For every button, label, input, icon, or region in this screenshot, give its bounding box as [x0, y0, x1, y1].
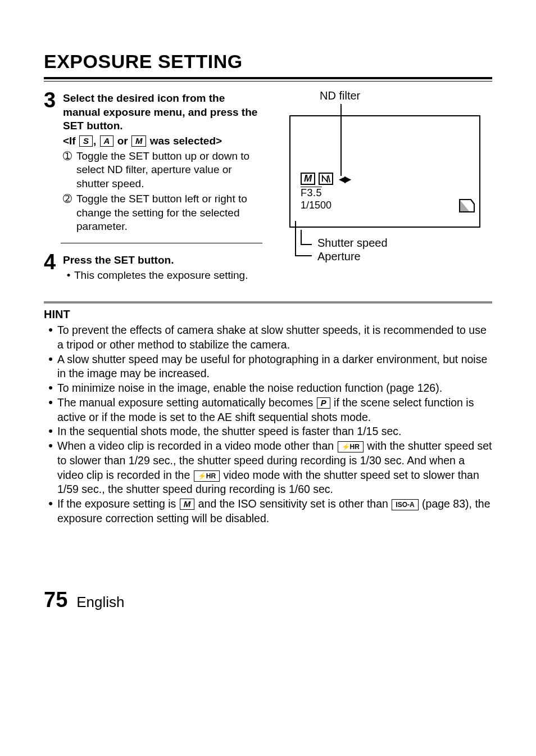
circled-2-icon: ➁: [63, 192, 76, 234]
sub-step-1: ➀ Toggle the SET button up or down to se…: [63, 150, 262, 191]
leader-line: [301, 244, 312, 245]
sd-card-icon: [457, 198, 475, 215]
text: When a video clip is recorded in a video…: [57, 439, 492, 497]
bullet-icon: •: [63, 269, 74, 283]
bullet-icon: •: [44, 439, 57, 497]
page-title: EXPOSURE SETTING: [44, 51, 492, 73]
hint-divider: [44, 301, 492, 304]
step-divider: [61, 243, 262, 243]
mode-m-icon: M: [131, 135, 147, 147]
hint-item: • The manual exposure setting automatica…: [44, 396, 492, 424]
steps-column: 3 Select the desired icon from the manua…: [44, 89, 268, 291]
bullet-icon: •: [44, 381, 57, 396]
manual-page: EXPOSURE SETTING 3 Select the desired ic…: [0, 0, 536, 646]
text: F3.5: [301, 187, 322, 199]
video-hr-icon: ⚡HR: [194, 470, 220, 482]
text: To prevent the effects of camera shake a…: [57, 323, 492, 352]
page-number: 75: [44, 588, 67, 612]
nd-filter-icon: [321, 174, 331, 183]
text: To minimize noise in the image, enable t…: [57, 381, 492, 396]
hint-item: •To prevent the effects of camera shake …: [44, 323, 492, 352]
text: If the exposure setting is M and the ISO…: [57, 497, 492, 526]
hint-item: • If the exposure setting is M and the I…: [44, 497, 492, 526]
bullet-icon: •: [44, 396, 57, 424]
video-hr-icon: ⚡HR: [338, 441, 364, 452]
text: was selected>: [147, 135, 222, 147]
text: In the sequential shots mode, the shutte…: [57, 424, 492, 439]
step-condition: <If S, A or M was selected>: [63, 134, 262, 148]
hint-item: •In the sequential shots mode, the shutt…: [44, 424, 492, 439]
leader-line: [301, 230, 302, 245]
step-number: 3: [44, 89, 63, 234]
osd-aperture-value: F3.5: [301, 187, 322, 199]
aperture-label: Aperture: [317, 250, 361, 263]
step-body: Select the desired icon from the manual …: [63, 89, 262, 234]
bullet-icon: •: [44, 323, 57, 352]
text: When a video clip is recorded in a video…: [57, 440, 337, 452]
text: and the ISO sensitivity set is other tha…: [195, 497, 391, 510]
title-underline: [44, 77, 492, 82]
text: or: [114, 135, 131, 147]
osd-m-icon: M: [301, 173, 315, 185]
leader-line: [295, 221, 296, 256]
text: This completes the exposure setting.: [74, 269, 248, 283]
sub-steps: ➀ Toggle the SET button up or down to se…: [63, 150, 262, 234]
hint-list: •To prevent the effects of camera shake …: [44, 323, 492, 526]
svg-line-1: [328, 175, 330, 182]
language-label: English: [76, 594, 124, 611]
osd-arrows-icon: ◀▶: [339, 174, 350, 184]
text: If the exposure setting is: [57, 497, 179, 510]
content-row: 3 Select the desired icon from the manua…: [44, 89, 492, 291]
bullet-item: • This completes the exposure setting.: [63, 269, 262, 283]
text: ,: [93, 135, 99, 147]
hint-item: •A slow shutter speed may be useful for …: [44, 352, 492, 381]
mode-a-icon: A: [100, 135, 114, 147]
step-heading: Select the desired icon from the manual …: [63, 92, 262, 133]
text: Toggle the SET button up or down to sele…: [76, 150, 262, 191]
step-heading: Press the SET button.: [63, 253, 262, 268]
nd-filter-label: ND filter: [320, 89, 360, 102]
iso-auto-icon: ISO-A: [392, 499, 418, 510]
step-3: 3 Select the desired icon from the manua…: [44, 89, 262, 234]
osd-shutter-value: 1/1500: [301, 200, 331, 211]
osd-mode-row: M ◀▶: [301, 173, 350, 185]
text: Toggle the SET button left or right to c…: [76, 192, 262, 234]
mode-m-icon: M: [180, 499, 195, 510]
mode-p-icon: P: [317, 397, 330, 409]
sub-step-2: ➁ Toggle the SET button left or right to…: [63, 192, 262, 234]
text: The manual exposure setting automaticall…: [57, 396, 492, 424]
hint-item: • When a video clip is recorded in a vid…: [44, 439, 492, 497]
diagram-column: ND filter M ◀▶ F3.5 1/1500: [268, 89, 492, 291]
hint-heading: HINT: [44, 308, 492, 321]
step-number: 4: [44, 251, 63, 282]
page-footer: 75 English: [44, 588, 492, 612]
text: A slow shutter speed may be useful for p…: [57, 352, 492, 381]
text: The manual exposure setting automaticall…: [57, 396, 316, 409]
text: <If: [63, 135, 79, 147]
mode-s-icon: S: [79, 135, 93, 147]
bullet-icon: •: [44, 497, 57, 526]
leader-line: [295, 255, 312, 256]
circled-1-icon: ➀: [63, 150, 76, 191]
step-body: Press the SET button. • This completes t…: [63, 251, 262, 282]
shutter-speed-label: Shutter speed: [317, 237, 388, 250]
hint-item: •To minimize noise in the image, enable …: [44, 381, 492, 396]
bullet-icon: •: [44, 424, 57, 439]
camera-osd-diagram: ND filter M ◀▶ F3.5 1/1500: [278, 89, 492, 275]
osd-nd-icon: [319, 173, 333, 185]
bullet-icon: •: [44, 352, 57, 381]
step-4: 4 Press the SET button. • This completes…: [44, 251, 262, 282]
